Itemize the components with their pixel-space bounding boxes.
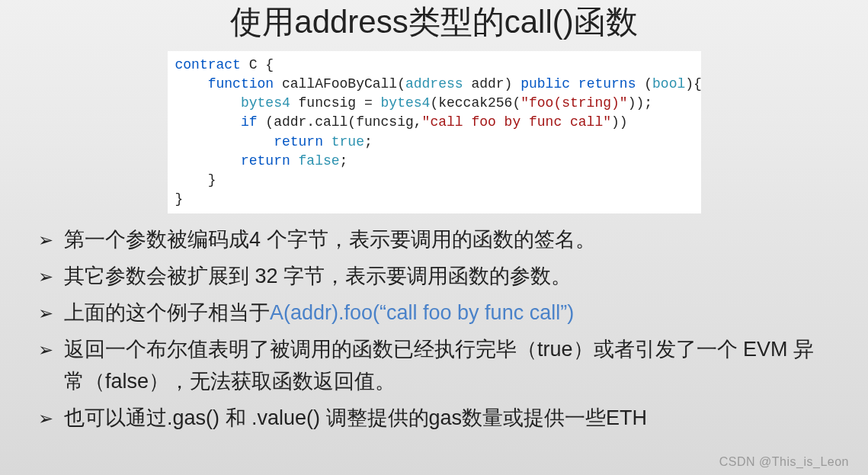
- code-text: ;: [340, 153, 348, 168]
- kw-return: return: [274, 134, 323, 149]
- code-text: (: [644, 76, 652, 91]
- code-text: C {: [241, 57, 274, 72]
- val-false: false: [299, 153, 340, 168]
- code-text: ){: [685, 76, 702, 91]
- code-snippet: contract C { function callAFooByCall(add…: [168, 51, 701, 214]
- inline-code: A(addr).foo(“call foo by func call”): [270, 301, 574, 324]
- type-bytes4: bytes4: [381, 95, 431, 111]
- code-text: ;: [364, 134, 373, 149]
- code-text: [290, 153, 299, 168]
- code-text: [323, 134, 332, 149]
- bullet-text: 返回一个布尔值表明了被调用的函数已经执行完毕（true）或者引发了一个 EVM …: [64, 334, 830, 398]
- type-bytes4: bytes4: [241, 95, 290, 111]
- string-literal: "foo(string)": [520, 95, 627, 111]
- type-address: address: [405, 76, 463, 91]
- bullet-text-prefix: 上面的这个例子相当于: [64, 301, 270, 324]
- bullet-text: 第一个参数被编码成4 个字节，表示要调用的函数的签名。: [64, 224, 830, 256]
- string-literal: "call foo by func call": [422, 114, 611, 130]
- code-text: ));: [628, 95, 652, 111]
- code-text: addr): [463, 76, 521, 91]
- bullet-marker-icon: ➢: [38, 261, 64, 290]
- code-text: }: [175, 172, 216, 188]
- bullet-marker-icon: ➢: [38, 334, 64, 364]
- bullet-item: ➢ 也可以通过.gas() 和 .value() 调整提供的gas数量或提供一些…: [38, 403, 830, 435]
- bullet-item: ➢ 第一个参数被编码成4 个字节，表示要调用的函数的签名。: [38, 224, 830, 256]
- bullet-text: 其它参数会被扩展到 32 字节，表示要调用函数的参数。: [64, 261, 830, 293]
- type-bool: bool: [652, 76, 685, 91]
- bullet-item: ➢ 上面的这个例子相当于A(addr).foo(“call foo by fun…: [38, 297, 830, 329]
- val-true: true: [332, 134, 364, 149]
- slide-title: 使用address类型的call()函数: [30, 0, 838, 45]
- kw-if: if: [241, 114, 258, 130]
- code-text: (keccak256(: [430, 95, 520, 111]
- bullet-item: ➢ 其它参数会被扩展到 32 字节，表示要调用函数的参数。: [38, 261, 830, 293]
- kw-return: return: [241, 153, 290, 168]
- code-text: funcsig =: [290, 95, 381, 111]
- code-text: )): [611, 114, 628, 130]
- slide: 使用address类型的call()函数 contract C { functi…: [0, 0, 868, 475]
- bullet-marker-icon: ➢: [38, 403, 64, 432]
- kw-returns: returns: [570, 76, 644, 91]
- code-text: }: [175, 191, 184, 207]
- bullet-item: ➢ 返回一个布尔值表明了被调用的函数已经执行完毕（true）或者引发了一个 EV…: [38, 334, 830, 398]
- bullet-text: 上面的这个例子相当于A(addr).foo(“call foo by func …: [64, 297, 830, 329]
- bullet-list: ➢ 第一个参数被编码成4 个字节，表示要调用的函数的签名。 ➢ 其它参数会被扩展…: [30, 224, 838, 434]
- bullet-marker-icon: ➢: [38, 297, 64, 327]
- code-text: (addr.call(funcsig,: [258, 114, 422, 130]
- bullet-marker-icon: ➢: [38, 224, 64, 254]
- code-text: callAFooByCall(: [274, 76, 405, 91]
- kw-function: function: [208, 76, 274, 91]
- kw-contract: contract: [175, 57, 241, 72]
- kw-public: public: [520, 76, 570, 91]
- watermark: CSDN @This_is_Leon: [719, 455, 849, 469]
- bullet-text: 也可以通过.gas() 和 .value() 调整提供的gas数量或提供一些ET…: [64, 403, 830, 435]
